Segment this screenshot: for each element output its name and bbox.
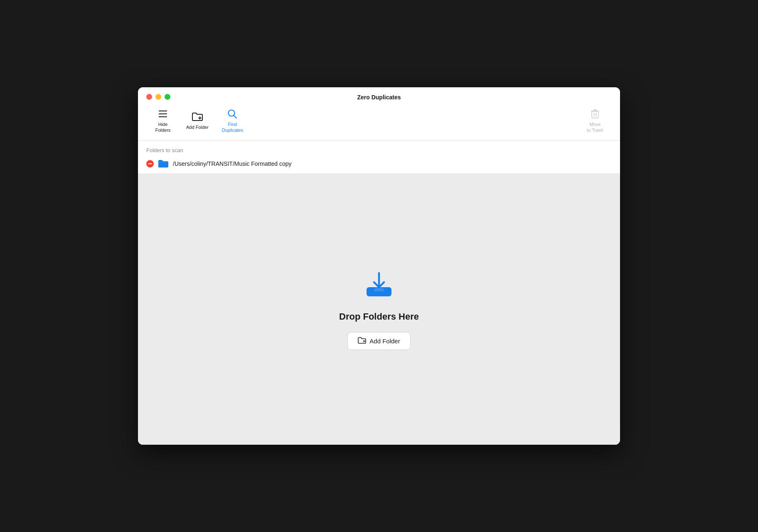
find-duplicates-button[interactable]: Find Duplicates <box>215 105 250 137</box>
app-window: Zero Duplicates Hide Folders <box>138 87 620 445</box>
close-button[interactable] <box>146 94 152 100</box>
add-folder-btn-label: Add Folder <box>369 337 400 345</box>
move-to-trash-button[interactable]: Move to Trash <box>578 105 612 137</box>
add-folder-icon <box>192 111 203 123</box>
add-folder-btn-icon <box>358 337 366 345</box>
titlebar: Zero Duplicates <box>138 87 620 101</box>
folder-row: /Users/coliny/TRANSIT/Music Formatted co… <box>146 158 612 173</box>
svg-line-9 <box>234 116 237 118</box>
window-title: Zero Duplicates <box>357 94 401 101</box>
drop-area-add-folder-button[interactable]: Add Folder <box>347 332 410 350</box>
maximize-button[interactable] <box>165 94 170 100</box>
add-folder-button[interactable]: Add Folder <box>180 108 215 133</box>
find-duplicates-icon <box>226 108 238 120</box>
toolbar-right: Move to Trash <box>578 105 612 137</box>
trash-icon <box>589 108 601 120</box>
drop-title: Drop Folders Here <box>339 311 419 322</box>
folders-section: Folders to scan /Users/coliny/TRANSIT/Mu… <box>138 140 620 173</box>
toolbar: Hide Folders Add Folder Find Duplicat <box>138 101 620 137</box>
hide-folders-label: Hide Folders <box>155 121 171 133</box>
minimize-button[interactable] <box>155 94 161 100</box>
folder-icon <box>158 159 169 168</box>
add-folder-label: Add Folder <box>186 124 209 130</box>
folders-label: Folders to scan <box>146 147 612 153</box>
hide-folders-button[interactable]: Hide Folders <box>146 105 180 137</box>
svg-rect-4 <box>159 113 161 114</box>
remove-folder-button[interactable] <box>146 160 154 167</box>
find-duplicates-label: Find Duplicates <box>222 121 243 133</box>
move-to-trash-label: Move to Trash <box>587 121 603 133</box>
drop-icon <box>362 268 396 301</box>
hide-folders-icon <box>157 108 169 120</box>
folder-path: /Users/coliny/TRANSIT/Music Formatted co… <box>173 160 292 167</box>
window-controls <box>146 94 170 100</box>
svg-rect-3 <box>159 111 161 111</box>
drop-area: Drop Folders Here Add Folder <box>138 173 620 445</box>
svg-rect-11 <box>593 109 597 111</box>
svg-rect-5 <box>159 116 161 117</box>
